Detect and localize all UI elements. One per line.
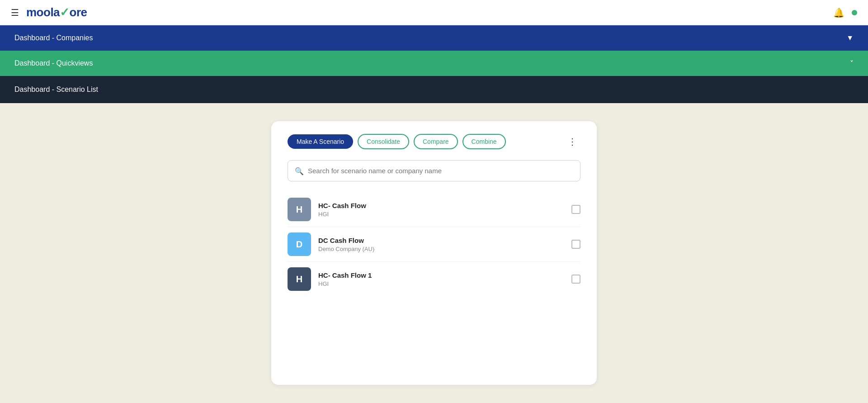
scenario-item: D DC Cash Flow Demo Company (AU) xyxy=(288,227,580,262)
search-input[interactable] xyxy=(288,160,580,181)
compare-button[interactable]: Compare xyxy=(414,134,458,149)
search-container: 🔍 xyxy=(288,160,580,181)
quickviews-chevron-icon: ˅ xyxy=(850,59,854,68)
scenario-checkbox[interactable] xyxy=(571,205,580,214)
logo-text: moola✓ore xyxy=(26,5,87,19)
scenario-name: HC- Cash Flow 1 xyxy=(318,271,564,279)
make-scenario-button[interactable]: Make A Scenario xyxy=(288,134,353,149)
avatar: H xyxy=(288,267,311,291)
action-buttons-row: Make A Scenario Consolidate Compare Comb… xyxy=(288,134,580,149)
main-content: Make A Scenario Consolidate Compare Comb… xyxy=(0,103,868,403)
scenario-info: HC- Cash Flow 1 HGI xyxy=(318,271,564,287)
scenario-checkbox[interactable] xyxy=(571,240,580,249)
scenario-card: Make A Scenario Consolidate Compare Comb… xyxy=(271,121,597,385)
scenario-company: HGI xyxy=(318,211,564,218)
logo-part1: moola xyxy=(26,5,60,19)
combine-button[interactable]: Combine xyxy=(462,134,506,149)
logo-part2: ore xyxy=(70,5,87,19)
avatar: D xyxy=(288,232,311,256)
hamburger-menu-icon[interactable]: ☰ xyxy=(11,7,19,18)
dashboard-scenario-list-bar: Dashboard - Scenario List xyxy=(0,76,868,103)
scenario-info: HC- Cash Flow HGI xyxy=(318,202,564,218)
status-dot xyxy=(852,10,857,15)
avatar: H xyxy=(288,198,311,221)
scenario-name: DC Cash Flow xyxy=(318,237,564,244)
dashboard-scenario-list-label: Dashboard - Scenario List xyxy=(14,85,98,94)
dashboard-companies-label: Dashboard - Companies xyxy=(14,34,93,42)
companies-chevron-icon: ▼ xyxy=(846,34,854,42)
more-menu-button[interactable]: ⋮ xyxy=(564,134,580,149)
scenario-name: HC- Cash Flow xyxy=(318,202,564,209)
scenario-item: H HC- Cash Flow 1 HGI xyxy=(288,262,580,296)
bell-icon[interactable]: 🔔 xyxy=(833,7,844,18)
dashboard-companies-bar[interactable]: Dashboard - Companies ▼ xyxy=(0,25,868,51)
header-right: 🔔 xyxy=(833,7,857,18)
scenario-company: Demo Company (AU) xyxy=(318,246,564,252)
header-left: ☰ moola✓ore xyxy=(11,5,87,19)
consolidate-button[interactable]: Consolidate xyxy=(358,134,409,149)
search-icon: 🔍 xyxy=(295,166,304,175)
scenario-checkbox[interactable] xyxy=(571,275,580,284)
scenario-company: HGI xyxy=(318,280,564,287)
scenario-list: H HC- Cash Flow HGI D DC Cash Flow Demo … xyxy=(288,192,580,296)
dashboard-quickviews-bar[interactable]: Dashboard - Quickviews ˅ xyxy=(0,51,868,76)
logo: moola✓ore xyxy=(26,5,87,19)
scenario-info: DC Cash Flow Demo Company (AU) xyxy=(318,237,564,252)
logo-checkmark: ✓ xyxy=(60,5,70,19)
scenario-item: H HC- Cash Flow HGI xyxy=(288,192,580,227)
app-header: ☰ moola✓ore 🔔 xyxy=(0,0,868,25)
dashboard-quickviews-label: Dashboard - Quickviews xyxy=(14,59,93,67)
